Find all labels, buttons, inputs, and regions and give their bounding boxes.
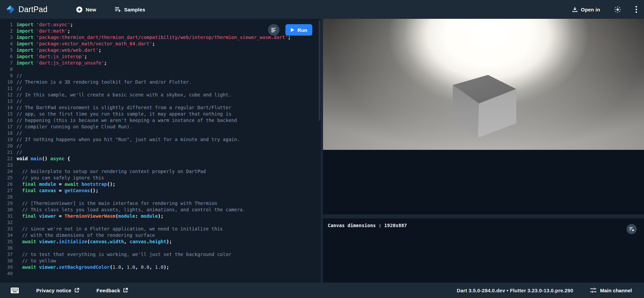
code-line[interactable]: 16// happening (this is because we aren'… xyxy=(0,117,321,124)
code-line[interactable]: 8 xyxy=(0,66,321,73)
playlist-add-icon xyxy=(114,6,121,12)
topbar-actions: New Samples xyxy=(75,4,147,15)
code-line[interactable]: 29 // [ThermionViewer] is the main inter… xyxy=(0,200,321,207)
line-number: 29 xyxy=(0,200,16,207)
line-number: 38 xyxy=(0,258,16,264)
feedback-link[interactable]: Feedback xyxy=(95,286,129,295)
code-line[interactable]: 14// The DartPad environment is slightly… xyxy=(0,104,321,111)
code-line[interactable]: 38 // to yellow xyxy=(0,258,321,264)
line-number: 10 xyxy=(0,79,16,85)
code-editor[interactable]: 1import 'dart:async';2import 'dart:math'… xyxy=(0,19,321,277)
keyboard-shortcuts-button[interactable] xyxy=(9,286,20,295)
privacy-notice-link[interactable]: Privacy notice xyxy=(35,286,80,295)
line-number: 20 xyxy=(0,143,16,149)
code-line[interactable]: 28 xyxy=(0,194,321,200)
code-line[interactable]: 39 await viewer.setBackgroundColor(1.0, … xyxy=(0,264,321,270)
open-in-label: Open in xyxy=(581,7,600,12)
line-number: 37 xyxy=(0,251,16,258)
line-number: 31 xyxy=(0,213,16,219)
brand: DartPad xyxy=(6,5,47,14)
editor-actions: Run xyxy=(268,24,312,36)
code-line[interactable]: 40 xyxy=(0,270,321,277)
code-line[interactable]: 9// xyxy=(0,73,321,79)
sdk-versions: Dart 3.5.0-284.0.dev • Flutter 3.23.0-13… xyxy=(457,288,573,293)
line-number: 14 xyxy=(0,104,16,111)
code-line[interactable]: 26 final module = await bootstrap(); xyxy=(0,181,321,187)
code-line[interactable]: 27 final canvas = getCanvas(); xyxy=(0,187,321,194)
line-number: 34 xyxy=(0,232,16,239)
line-number: 21 xyxy=(0,149,16,156)
new-button-label: New xyxy=(86,7,96,12)
theme-toggle-button[interactable] xyxy=(613,5,623,14)
app-title: DartPad xyxy=(18,5,47,14)
privacy-notice-label: Privacy notice xyxy=(36,288,71,293)
plus-circle-icon xyxy=(76,6,83,13)
keyboard-icon xyxy=(11,288,19,293)
status-bar: Privacy notice Feedback Dart 3.5.0-284.0… xyxy=(0,283,644,298)
tune-sliders-icon xyxy=(590,287,597,293)
code-line[interactable]: 10// Thermion is a 3D rendering toolkit … xyxy=(0,79,321,85)
line-number: 5 xyxy=(0,47,16,53)
code-line[interactable]: 35 await viewer.initialize(canvas.width,… xyxy=(0,239,321,245)
line-number: 9 xyxy=(0,73,16,79)
kebab-menu-icon xyxy=(635,6,637,13)
code-line[interactable]: 4import 'package:vector_math/vector_math… xyxy=(0,41,321,47)
code-line[interactable]: 19// If nothing happens when you hit "Ru… xyxy=(0,136,321,143)
line-number: 33 xyxy=(0,226,16,232)
code-line[interactable]: 33 // since we're not in a Flutter appli… xyxy=(0,226,321,232)
code-line[interactable]: 25 // you can safely ignore this xyxy=(0,175,321,181)
horizontal-splitter[interactable] xyxy=(323,214,644,218)
code-line[interactable]: 23 xyxy=(0,162,321,168)
console-output: Canvas dimensions : 644x298 xyxy=(328,223,639,228)
line-number: 26 xyxy=(0,181,16,187)
align-lines-icon xyxy=(271,28,276,32)
code-line[interactable]: 20// xyxy=(0,143,321,149)
line-number: 4 xyxy=(0,41,16,47)
code-line[interactable]: 30 // This class lets you load assets, l… xyxy=(0,207,321,213)
code-line[interactable]: 15// app, so the first time you run this… xyxy=(0,111,321,117)
line-number: 27 xyxy=(0,187,16,194)
code-line[interactable]: 24 // boilerplate to setup our rendering… xyxy=(0,168,321,175)
channel-selector[interactable]: Main channel xyxy=(588,287,634,294)
samples-button[interactable]: Samples xyxy=(113,4,147,14)
code-line[interactable]: 37 // to test that everything is working… xyxy=(0,251,321,258)
overflow-menu-button[interactable] xyxy=(634,4,639,14)
code-line[interactable]: 22void main() async { xyxy=(0,156,321,162)
code-line[interactable]: 34 // with the dimensions of the renderi… xyxy=(0,232,321,239)
line-number: 18 xyxy=(0,130,16,136)
open-in-button[interactable]: Open in xyxy=(571,4,601,14)
code-line[interactable]: 36 xyxy=(0,245,321,251)
clear-console-button[interactable] xyxy=(627,224,637,234)
code-line[interactable]: 32 xyxy=(0,219,321,226)
line-number: 16 xyxy=(0,117,16,124)
code-line[interactable]: 17// compiler running on Google Cloud Ru… xyxy=(0,124,321,130)
vertical-splitter[interactable] xyxy=(321,19,323,283)
brightness-sun-icon xyxy=(614,6,621,13)
line-number: 36 xyxy=(0,245,16,251)
code-line[interactable]: 6import 'dart:js_interop'; xyxy=(0,53,321,60)
line-number: 13 xyxy=(0,98,16,104)
line-number: 6 xyxy=(0,53,16,60)
3d-render-canvas[interactable] xyxy=(323,19,644,150)
new-button[interactable]: New xyxy=(75,4,97,15)
statusbar-right: Dart 3.5.0-284.0.dev • Flutter 3.23.0-13… xyxy=(457,287,634,294)
format-button[interactable] xyxy=(268,24,279,36)
top-app-bar: DartPad New Samples Open in xyxy=(0,0,644,19)
code-line[interactable]: 5import 'package:web/web.dart'; xyxy=(0,47,321,53)
editor-scrollbar[interactable] xyxy=(319,20,320,121)
code-line[interactable]: 13// xyxy=(0,98,321,104)
code-line[interactable]: 21// xyxy=(0,149,321,156)
code-line[interactable]: 11// xyxy=(0,85,321,92)
line-number: 15 xyxy=(0,111,16,117)
code-line[interactable]: 7import 'dart:js_interop_unsafe'; xyxy=(0,60,321,66)
code-line[interactable]: 31 final viewer = ThermionViewerWasm(mod… xyxy=(0,213,321,219)
feedback-label: Feedback xyxy=(97,288,120,293)
run-button[interactable]: Run xyxy=(285,24,312,36)
dartpad-logo-icon xyxy=(6,5,15,14)
code-line[interactable]: 12// In this sample, we'll create a basi… xyxy=(0,92,321,98)
line-number: 8 xyxy=(0,66,16,73)
code-line[interactable]: 18// xyxy=(0,130,321,136)
play-triangle-icon xyxy=(290,28,294,32)
clear-list-icon xyxy=(629,227,634,231)
channel-label: Main channel xyxy=(600,288,632,293)
